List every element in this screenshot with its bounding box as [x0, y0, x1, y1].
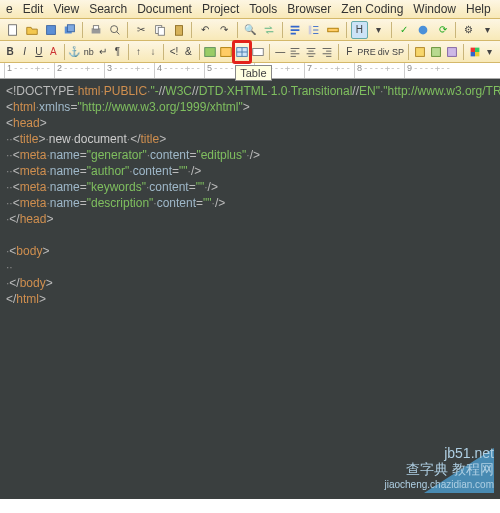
linenumber-icon[interactable] [306, 21, 323, 39]
svg-rect-19 [253, 48, 264, 55]
svg-rect-10 [175, 25, 182, 35]
code-line: ·· [6, 259, 494, 275]
preview-icon[interactable] [106, 21, 123, 39]
check-icon[interactable]: ✓ [396, 21, 413, 39]
font-color-button[interactable]: A [47, 43, 59, 61]
menu-tools[interactable]: Tools [249, 2, 277, 16]
find-icon[interactable]: 🔍 [242, 21, 259, 39]
ruler-mark: 4 [154, 63, 204, 78]
object-icon[interactable] [445, 43, 459, 61]
code-line [6, 227, 494, 243]
imagemap-icon[interactable] [219, 43, 233, 61]
ruler-icon[interactable] [325, 21, 342, 39]
globe-icon[interactable] [415, 21, 432, 39]
color-picker-icon[interactable] [468, 43, 482, 61]
table-button[interactable]: Table [235, 43, 249, 61]
underline-button[interactable]: U [33, 43, 45, 61]
refresh-icon[interactable]: ⟳ [434, 21, 451, 39]
separator [282, 22, 283, 38]
svg-rect-14 [205, 47, 216, 56]
menu-project[interactable]: Project [202, 2, 239, 16]
heading-icon[interactable]: H [351, 21, 368, 39]
paragraph-icon[interactable]: ¶ [111, 43, 123, 61]
copy-icon[interactable] [151, 21, 168, 39]
align-center-icon[interactable] [304, 43, 318, 61]
menu-zen-coding[interactable]: Zen Coding [341, 2, 403, 16]
div-button[interactable]: div [377, 43, 389, 61]
cut-icon[interactable]: ✂ [132, 21, 149, 39]
svg-rect-12 [328, 28, 339, 32]
menu-window[interactable]: Window [413, 2, 456, 16]
script-icon[interactable] [429, 43, 443, 61]
code-line: <!DOCTYPE·html·PUBLIC·"-//W3C//DTD·XHTML… [6, 83, 494, 99]
tools-dropdown-icon[interactable]: ▾ [479, 21, 496, 39]
separator [463, 44, 464, 60]
list-up-icon[interactable]: ↑ [132, 43, 144, 61]
tools-icon[interactable]: ⚙ [460, 21, 477, 39]
palette-dropdown-icon[interactable]: ▾ [484, 43, 496, 61]
svg-rect-5 [93, 25, 98, 29]
replace-icon[interactable] [261, 21, 278, 39]
span-button[interactable]: SP [392, 43, 404, 61]
menu-edit[interactable]: Edit [23, 2, 44, 16]
list-down-icon[interactable]: ↓ [147, 43, 159, 61]
ruler-mark: 7 [304, 63, 354, 78]
nonbreak-button[interactable]: nb [83, 43, 95, 61]
menu-file[interactable]: e [6, 2, 13, 16]
separator [64, 44, 65, 60]
comment-icon[interactable]: <! [168, 43, 180, 61]
svg-rect-25 [470, 52, 474, 56]
menu-view[interactable]: View [53, 2, 79, 16]
separator [127, 22, 128, 38]
svg-rect-21 [431, 47, 440, 56]
svg-rect-1 [46, 25, 55, 34]
toolbar-html: B I U A ⚓ nb ↵ ¶ ↑ ↓ <! & Table — F PRE … [0, 41, 500, 63]
image-icon[interactable] [203, 43, 217, 61]
toolbar-main: ✂ ↶ ↷ 🔍 H ▾ ✓ ⟳ ⚙ ▾ [0, 19, 500, 41]
save-all-icon[interactable] [61, 21, 78, 39]
tooltip: Table [235, 65, 271, 81]
separator [455, 22, 456, 38]
pre-button[interactable]: PRE [357, 43, 375, 61]
separator [199, 44, 200, 60]
italic-button[interactable]: I [18, 43, 30, 61]
paste-icon[interactable] [170, 21, 187, 39]
code-editor[interactable]: <!DOCTYPE·html·PUBLIC·"-//W3C//DTD·XHTML… [0, 79, 500, 499]
code-line: ·<body> [6, 243, 494, 259]
code-line: ·</head> [6, 211, 494, 227]
anchor-icon[interactable]: ⚓ [68, 43, 80, 61]
font-icon[interactable]: F [343, 43, 355, 61]
css-icon[interactable] [413, 43, 427, 61]
menu-browser[interactable]: Browser [287, 2, 331, 16]
undo-icon[interactable]: ↶ [196, 21, 213, 39]
ruler-mark: 8 [354, 63, 404, 78]
align-left-icon[interactable] [288, 43, 302, 61]
wordwrap-icon[interactable] [287, 21, 304, 39]
menu-search[interactable]: Search [89, 2, 127, 16]
watermark-text: 查字典 教程网 [384, 461, 494, 477]
form-icon[interactable] [251, 43, 265, 61]
svg-rect-9 [158, 27, 164, 35]
print-icon[interactable] [87, 21, 104, 39]
break-icon[interactable]: ↵ [97, 43, 109, 61]
save-icon[interactable] [42, 21, 59, 39]
align-right-icon[interactable] [320, 43, 334, 61]
svg-point-13 [419, 25, 428, 34]
separator [346, 22, 347, 38]
redo-icon[interactable]: ↷ [215, 21, 232, 39]
heading-dropdown-icon[interactable]: ▾ [370, 21, 387, 39]
bold-button[interactable]: B [4, 43, 16, 61]
svg-rect-15 [221, 47, 232, 56]
open-icon[interactable] [23, 21, 40, 39]
new-file-icon[interactable] [4, 21, 21, 39]
separator [128, 44, 129, 60]
code-line: ··<meta·name="author"·content=""·/> [6, 163, 494, 179]
watermark-text: jiaocheng.chazidian.com [384, 477, 494, 493]
svg-line-7 [117, 31, 120, 34]
entity-icon[interactable]: & [182, 43, 194, 61]
hr-icon[interactable]: — [274, 43, 286, 61]
separator [338, 44, 339, 60]
menu-help[interactable]: Help [466, 2, 491, 16]
menu-document[interactable]: Document [137, 2, 192, 16]
code-line: ··<meta·name="generator"·content="editpl… [6, 147, 494, 163]
